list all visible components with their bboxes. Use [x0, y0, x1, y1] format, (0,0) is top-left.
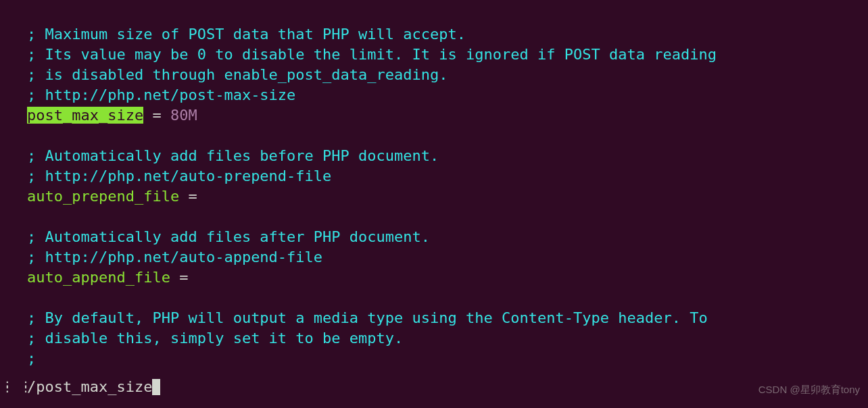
setting-value: 80M [170, 107, 197, 124]
watermark-text: CSDN @星卯教育tony [758, 380, 860, 400]
comment-line: ; By default, PHP will output a media ty… [27, 309, 708, 326]
comment-url: ; http://php.net/auto-append-file [27, 249, 322, 265]
setting-key-highlighted: post_max_size [27, 107, 143, 124]
comment-line: ; is disabled through enable_post_data_r… [27, 66, 448, 83]
search-prefix: / [27, 378, 36, 395]
setting-key: auto_append_file [27, 269, 170, 286]
equals: = [170, 269, 189, 286]
equals: = [179, 188, 197, 205]
equals: = [143, 107, 170, 124]
comment-line: ; Maximum size of POST data that PHP wil… [27, 26, 466, 43]
comment-line: ; disable this, simply set it to be empt… [27, 330, 403, 347]
comment-line: ; [27, 350, 36, 367]
setting-key: auto_prepend_file [27, 188, 179, 205]
comment-url: ; http://php.net/post-max-size [27, 86, 295, 103]
comment-line: ; Automatically add files before PHP doc… [27, 147, 439, 164]
comment-line: ; Its value may be 0 to disable the limi… [27, 46, 717, 63]
editor-content: ; Maximum size of POST data that PHP wil… [0, 0, 868, 369]
comment-line: ; Automatically add files after PHP docu… [27, 228, 430, 245]
comment-url: ; http://php.net/auto-prepend-file [27, 168, 331, 184]
search-command-line[interactable]: /post_max_size [27, 377, 160, 397]
search-term: post_max_size [36, 378, 152, 395]
cursor-icon [152, 379, 160, 395]
